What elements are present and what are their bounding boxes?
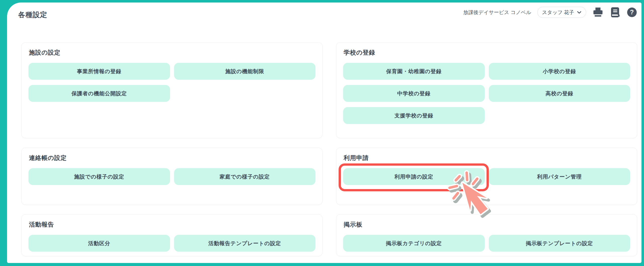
button-group: 施設での様子の設定 家庭での様子の設定 — [28, 168, 315, 185]
settings-card-grid: 施設の設定 事業所情報の登録 施設の機能制限 保護者の機能公開設定 学校の登録 … — [21, 42, 637, 256]
page-title: 各種設定 — [18, 10, 47, 20]
highlighted-button-wrapper: 利用申請の設定 — [343, 168, 485, 185]
section-title-usage-application: 利用申請 — [344, 154, 630, 162]
help-icon: ? — [626, 7, 637, 18]
button-group: 利用申請の設定 利用パターン管理 — [343, 168, 630, 185]
activity-report-template-settings-button[interactable]: 活動報告テンプレートの設定 — [174, 235, 316, 252]
section-title-school-registration: 学校の登録 — [344, 49, 630, 57]
card-school-registration: 学校の登録 保育園・幼稚園の登録 小学校の登録 中学校の登録 高校の登録 支援学… — [336, 42, 637, 138]
print-button[interactable] — [592, 7, 604, 18]
printer-icon — [592, 7, 604, 18]
section-title-activity-report: 活動報告 — [29, 220, 315, 229]
section-title-contact-book-settings: 連絡帳の設定 — [29, 154, 315, 162]
manual-book-icon — [610, 7, 620, 18]
svg-text:?: ? — [630, 9, 634, 16]
nursery-kindergarten-registration-button[interactable]: 保育園・幼稚園の登録 — [343, 63, 485, 80]
card-usage-application: 利用申請 利用申請の設定 利用パターン管理 — [336, 148, 637, 205]
card-facility-settings: 施設の設定 事業所情報の登録 施設の機能制限 保護者の機能公開設定 — [21, 42, 323, 138]
bulletin-template-settings-button[interactable]: 掲示板テンプレートの設定 — [489, 235, 630, 252]
junior-high-school-registration-button[interactable]: 中学校の登録 — [343, 85, 485, 102]
business-info-registration-button[interactable]: 事業所情報の登録 — [28, 63, 170, 80]
button-group: 事業所情報の登録 施設の機能制限 保護者の機能公開設定 — [28, 63, 315, 102]
header-toolbar: 放課後デイサービス コノベル スタッフ 花子 — [463, 6, 637, 19]
home-condition-settings-button[interactable]: 家庭での様子の設定 — [174, 168, 316, 185]
help-button[interactable]: ? — [626, 7, 637, 18]
user-dropdown[interactable]: スタッフ 花子 — [537, 7, 586, 18]
manual-button[interactable] — [610, 7, 620, 18]
settings-screen: { "page_title": "各種設定", "header": { "fac… — [0, 0, 644, 266]
usage-pattern-management-button[interactable]: 利用パターン管理 — [489, 168, 630, 185]
card-bulletin-board: 掲示板 掲示板カテゴリの設定 掲示板テンプレートの設定 — [336, 214, 637, 256]
button-group: 保育園・幼稚園の登録 小学校の登録 中学校の登録 高校の登録 支援学校の登録 — [343, 63, 630, 124]
bulletin-category-settings-button[interactable]: 掲示板カテゴリの設定 — [343, 235, 485, 252]
section-title-facility-settings: 施設の設定 — [29, 49, 315, 57]
guardian-feature-publish-settings-button[interactable]: 保護者の機能公開設定 — [28, 85, 170, 102]
high-school-registration-button[interactable]: 高校の登録 — [489, 85, 630, 102]
facility-feature-restriction-button[interactable]: 施設の機能制限 — [174, 63, 316, 80]
usage-application-settings-button[interactable]: 利用申請の設定 — [343, 168, 485, 185]
elementary-school-registration-button[interactable]: 小学校の登録 — [489, 63, 630, 80]
user-dropdown-label: スタッフ 花子 — [542, 9, 574, 16]
chevron-down-icon — [577, 11, 581, 14]
card-activity-report: 活動報告 活動区分 活動報告テンプレートの設定 — [21, 214, 323, 256]
activity-category-button[interactable]: 活動区分 — [28, 235, 170, 252]
facility-condition-settings-button[interactable]: 施設での様子の設定 — [28, 168, 170, 185]
button-group: 掲示板カテゴリの設定 掲示板テンプレートの設定 — [343, 235, 630, 252]
card-contact-book-settings: 連絡帳の設定 施設での様子の設定 家庭での様子の設定 — [21, 148, 323, 205]
special-support-school-registration-button[interactable]: 支援学校の登録 — [343, 107, 485, 124]
button-group: 活動区分 活動報告テンプレートの設定 — [28, 235, 315, 252]
main-panel: 各種設定 放課後デイサービス コノベル スタッフ 花子 — [7, 3, 641, 263]
section-title-bulletin-board: 掲示板 — [344, 220, 630, 229]
facility-name: 放課後デイサービス コノベル — [463, 9, 531, 16]
